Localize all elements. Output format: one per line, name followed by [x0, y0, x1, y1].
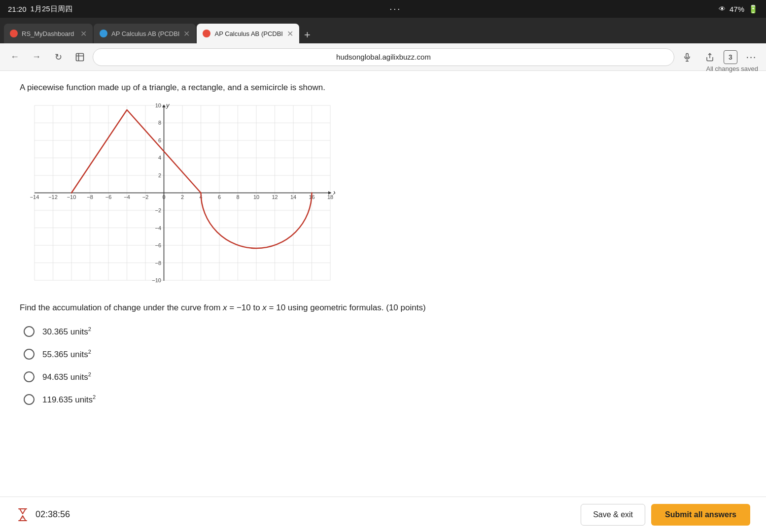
submit-answers-button[interactable]: Submit all answers: [651, 504, 750, 526]
share-button[interactable]: [701, 48, 719, 66]
toolbar-right: 3 ···: [678, 48, 760, 66]
timer-container: 02:38:56: [16, 508, 70, 522]
svg-text:8: 8: [158, 120, 161, 126]
tab-close-calc2[interactable]: ✕: [287, 29, 293, 38]
svg-text:−12: −12: [48, 194, 58, 200]
option-2-label: 55.365 units2: [42, 349, 91, 360]
svg-text:−8: −8: [155, 260, 161, 266]
battery-level: 47%: [730, 5, 744, 13]
new-tab-button[interactable]: +: [300, 29, 314, 41]
question-text: Find the accumulation of change under th…: [20, 301, 746, 314]
tab-bar: RS_MyDashboard ✕ AP Calculus AB (PCDBI ✕…: [0, 18, 766, 43]
browser-toolbar: ← → ↻ hudsonglobal.agilixbuzz.com 3 ···: [0, 43, 766, 71]
tab-label-calc2: AP Calculus AB (PCDBI: [214, 30, 282, 37]
svg-text:−2: −2: [142, 194, 149, 200]
radio-4[interactable]: [24, 394, 35, 405]
tabs-count-button[interactable]: 3: [724, 50, 737, 64]
graph-description: A piecewise function made up of a triang…: [20, 83, 746, 93]
svg-text:6: 6: [218, 194, 221, 200]
footer: 02:38:56 Save & exit Submit all answers: [0, 497, 766, 532]
svg-text:−2: −2: [155, 207, 161, 213]
svg-text:−8: −8: [87, 194, 93, 200]
date: 1月25日周四: [31, 4, 72, 14]
option-3[interactable]: 94.635 units2: [24, 371, 746, 382]
tab-close-calc1[interactable]: ✕: [183, 29, 190, 38]
option-4-label: 119.635 units2: [42, 394, 96, 405]
forward-button[interactable]: →: [28, 48, 45, 66]
svg-text:18: 18: [327, 194, 333, 200]
svg-text:10: 10: [253, 194, 259, 200]
tab-calculus-1[interactable]: AP Calculus AB (PCDBI ✕: [94, 24, 196, 43]
svg-text:−14: −14: [30, 194, 39, 200]
option-4[interactable]: 119.635 units2: [24, 394, 746, 405]
address-bar[interactable]: hudsonglobal.agilixbuzz.com: [93, 48, 674, 66]
svg-text:−4: −4: [124, 194, 130, 200]
battery-icon: 🔋: [748, 4, 758, 14]
tab-close-rs[interactable]: ✕: [80, 29, 87, 38]
svg-text:−6: −6: [155, 242, 161, 248]
svg-text:4: 4: [158, 155, 161, 161]
radio-3[interactable]: [24, 371, 35, 382]
microphone-button[interactable]: [678, 48, 696, 66]
option-2[interactable]: 55.365 units2: [24, 349, 746, 360]
svg-rect-0: [76, 53, 84, 61]
tab-calculus-2[interactable]: AP Calculus AB (PCDBI ✕: [197, 24, 299, 43]
option-1[interactable]: 30.365 units2: [24, 326, 746, 337]
footer-buttons: Save & exit Submit all answers: [581, 504, 750, 526]
svg-text:2: 2: [158, 172, 161, 178]
url-display: hudsonglobal.agilixbuzz.com: [336, 53, 431, 61]
function-graph: x y −14 −12 −10 −8 −6 −4 −2 0 2 4 6 8 10…: [20, 100, 335, 288]
svg-text:2: 2: [181, 194, 184, 200]
status-center: ···: [389, 4, 401, 14]
translate-button[interactable]: [71, 48, 89, 66]
tab-label-calc1: AP Calculus AB (PCDBI: [111, 30, 179, 37]
tab-label-rs: RS_MyDashboard: [22, 30, 74, 37]
tab-icon-calc2: [203, 30, 210, 37]
svg-text:−6: −6: [105, 194, 112, 200]
timer-icon: [16, 508, 30, 522]
tab-rs-mydashboard[interactable]: RS_MyDashboard ✕: [4, 24, 93, 43]
svg-text:8: 8: [236, 194, 239, 200]
svg-text:10: 10: [155, 102, 161, 108]
option-3-label: 94.635 units2: [42, 371, 91, 382]
graph-container: x y −14 −12 −10 −8 −6 −4 −2 0 2 4 6 8 10…: [20, 100, 335, 290]
time: 21:20: [8, 5, 27, 13]
answer-options: 30.365 units2 55.365 units2 94.635 units…: [24, 326, 746, 405]
save-exit-button[interactable]: Save & exit: [581, 504, 645, 526]
svg-text:6: 6: [158, 137, 161, 143]
svg-rect-1: [686, 53, 689, 58]
radio-2[interactable]: [24, 349, 35, 360]
svg-text:−10: −10: [152, 277, 161, 283]
eye-icon: 👁: [719, 5, 726, 13]
main-content: A piecewise function made up of a triang…: [0, 71, 766, 464]
status-bar: 21:20 1月25日周四 ··· 👁 47% 🔋: [0, 0, 766, 18]
svg-text:12: 12: [272, 194, 278, 200]
status-left: 21:20 1月25日周四: [8, 4, 72, 14]
status-right: 👁 47% 🔋: [719, 4, 758, 14]
svg-text:−10: −10: [67, 194, 76, 200]
option-1-label: 30.365 units2: [42, 326, 91, 337]
timer-display: 02:38:56: [35, 509, 70, 520]
svg-text:0: 0: [162, 194, 165, 200]
reload-button[interactable]: ↻: [49, 48, 67, 66]
svg-text:−4: −4: [155, 225, 161, 231]
more-options-button[interactable]: ···: [742, 48, 760, 66]
tab-icon-rs: [10, 30, 18, 37]
svg-text:14: 14: [290, 194, 296, 200]
radio-1[interactable]: [24, 326, 35, 337]
dots-icon: ···: [389, 4, 401, 14]
tab-icon-calc1: [100, 30, 107, 37]
back-button[interactable]: ←: [6, 48, 24, 66]
